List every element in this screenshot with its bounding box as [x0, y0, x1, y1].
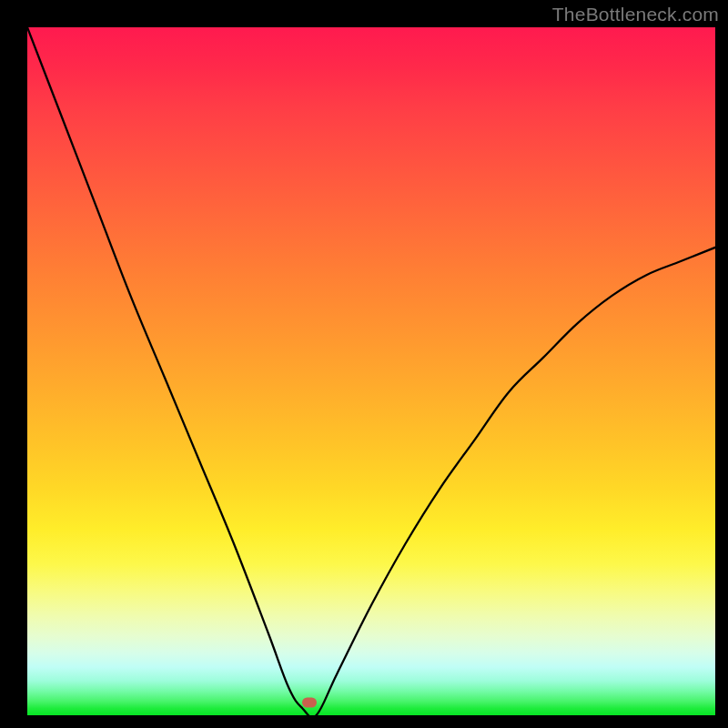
- bottleneck-curve: [27, 27, 715, 715]
- watermark-text: TheBottleneck.com: [552, 4, 719, 25]
- plot-area: [27, 27, 715, 715]
- curve-path: [27, 27, 715, 715]
- chart-frame: TheBottleneck.com: [0, 0, 728, 728]
- optimum-marker: [302, 698, 317, 708]
